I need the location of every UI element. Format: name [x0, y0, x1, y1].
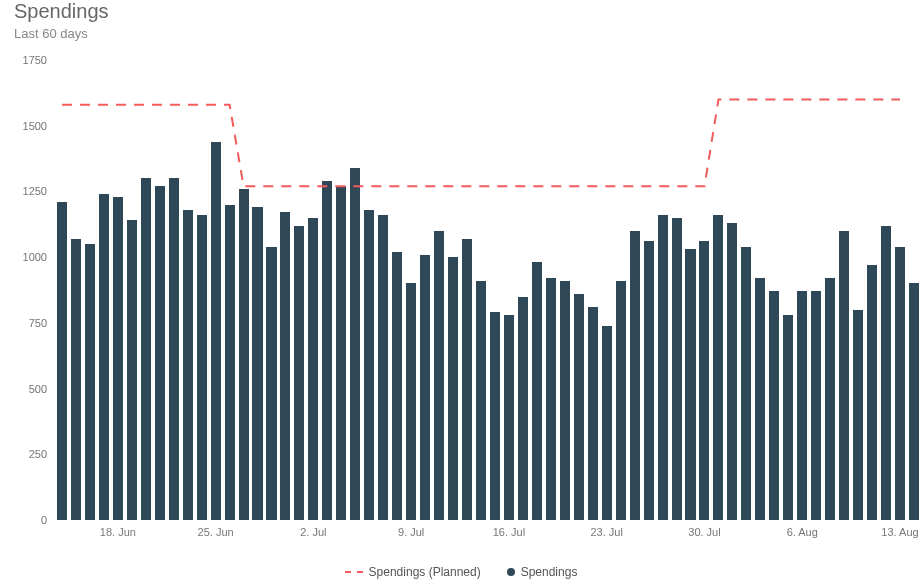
- x-tick-label: 30. Jul: [688, 526, 720, 538]
- y-tick-label: 1250: [23, 185, 47, 197]
- bar[interactable]: [839, 231, 849, 520]
- bar[interactable]: [308, 218, 318, 520]
- bar[interactable]: [546, 278, 556, 520]
- bar[interactable]: [211, 142, 221, 521]
- bar[interactable]: [909, 283, 919, 520]
- bar[interactable]: [392, 252, 402, 520]
- bar[interactable]: [783, 315, 793, 520]
- x-tick-label: 9. Jul: [398, 526, 424, 538]
- bar[interactable]: [825, 278, 835, 520]
- bar[interactable]: [895, 247, 905, 520]
- y-tick-label: 0: [41, 514, 47, 526]
- bar[interactable]: [378, 215, 388, 520]
- bar[interactable]: [713, 215, 723, 520]
- bar[interactable]: [448, 257, 458, 520]
- bar[interactable]: [560, 281, 570, 520]
- bar[interactable]: [741, 247, 751, 520]
- bar[interactable]: [658, 215, 668, 520]
- bar[interactable]: [127, 220, 137, 520]
- legend: Spendings (Planned) Spendings: [0, 565, 922, 579]
- bar[interactable]: [141, 178, 151, 520]
- bar[interactable]: [99, 194, 109, 520]
- y-tick-label: 750: [29, 317, 47, 329]
- bar[interactable]: [266, 247, 276, 520]
- bar[interactable]: [797, 291, 807, 520]
- bar[interactable]: [867, 265, 877, 520]
- bar[interactable]: [769, 291, 779, 520]
- y-tick-label: 1500: [23, 120, 47, 132]
- plot-area[interactable]: 0250500750100012501500175018. Jun25. Jun…: [55, 60, 907, 520]
- bar[interactable]: [113, 197, 123, 520]
- bar[interactable]: [602, 326, 612, 521]
- bar[interactable]: [518, 297, 528, 520]
- x-tick-label: 16. Jul: [493, 526, 525, 538]
- y-tick-label: 250: [29, 448, 47, 460]
- spendings-chart: Spendings Last 60 days 02505007501000125…: [0, 0, 922, 585]
- dot-swatch-icon: [507, 568, 515, 576]
- bar[interactable]: [644, 241, 654, 520]
- x-tick-label: 2. Jul: [300, 526, 326, 538]
- bar[interactable]: [420, 255, 430, 520]
- x-tick-label: 25. Jun: [198, 526, 234, 538]
- legend-item-spendings[interactable]: Spendings: [507, 565, 578, 579]
- bar[interactable]: [57, 202, 67, 520]
- bar[interactable]: [616, 281, 626, 520]
- bar[interactable]: [881, 226, 891, 520]
- bar[interactable]: [350, 168, 360, 520]
- bar[interactable]: [71, 239, 81, 520]
- x-tick-label: 6. Aug: [787, 526, 818, 538]
- bars-layer: [55, 60, 907, 520]
- bar[interactable]: [588, 307, 598, 520]
- y-tick-label: 500: [29, 383, 47, 395]
- x-tick-label: 13. Aug: [881, 526, 918, 538]
- bar[interactable]: [490, 312, 500, 520]
- chart-subtitle: Last 60 days: [14, 26, 88, 41]
- bar[interactable]: [225, 205, 235, 520]
- bar[interactable]: [85, 244, 95, 520]
- bar[interactable]: [280, 212, 290, 520]
- bar[interactable]: [462, 239, 472, 520]
- legend-item-planned[interactable]: Spendings (Planned): [345, 565, 481, 579]
- bar[interactable]: [685, 249, 695, 520]
- bar[interactable]: [672, 218, 682, 520]
- bar[interactable]: [322, 181, 332, 520]
- x-tick-label: 18. Jun: [100, 526, 136, 538]
- bar[interactable]: [434, 231, 444, 520]
- bar[interactable]: [197, 215, 207, 520]
- x-tick-label: 23. Jul: [590, 526, 622, 538]
- bar[interactable]: [811, 291, 821, 520]
- bar[interactable]: [699, 241, 709, 520]
- bar[interactable]: [406, 283, 416, 520]
- bar[interactable]: [294, 226, 304, 520]
- bar[interactable]: [183, 210, 193, 520]
- y-tick-label: 1750: [23, 54, 47, 66]
- y-tick-label: 1000: [23, 251, 47, 263]
- legend-label-spendings: Spendings: [521, 565, 578, 579]
- bar[interactable]: [532, 262, 542, 520]
- bar[interactable]: [727, 223, 737, 520]
- bar[interactable]: [252, 207, 262, 520]
- legend-label-planned: Spendings (Planned): [369, 565, 481, 579]
- bar[interactable]: [155, 186, 165, 520]
- bar[interactable]: [169, 178, 179, 520]
- bar[interactable]: [364, 210, 374, 520]
- chart-title: Spendings: [14, 0, 109, 23]
- bar[interactable]: [476, 281, 486, 520]
- bar[interactable]: [853, 310, 863, 520]
- bar[interactable]: [574, 294, 584, 520]
- bar[interactable]: [504, 315, 514, 520]
- bar[interactable]: [336, 186, 346, 520]
- bar[interactable]: [630, 231, 640, 520]
- bar[interactable]: [755, 278, 765, 520]
- bar[interactable]: [239, 189, 249, 520]
- dash-swatch-icon: [345, 571, 363, 573]
